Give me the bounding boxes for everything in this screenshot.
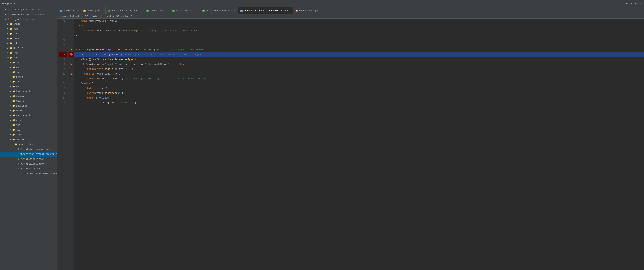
sidebar-item-resources-jar[interactable]: ▶ J resources.jar library root <box>0 12 57 17</box>
jdk-label: jdk <box>13 41 18 45</box>
sidebar-item-annotation[interactable]: ▼ 📁 annotation <box>0 142 57 147</box>
type-class-arr: Class <box>81 58 88 61</box>
sidebar-item-misc[interactable]: ▶ 📁 misc <box>0 118 57 123</box>
sidebar-item-apple[interactable]: ▶ 📁 apple <box>0 22 57 27</box>
layout-icon[interactable]: ⊞ <box>630 2 632 5</box>
settings-icon[interactable]: ⚙ <box>635 2 637 5</box>
tab-proxy-close[interactable]: ✕ <box>102 10 103 12</box>
sidebar-item-reflect[interactable]: ▼ 📁 reflect <box>0 137 57 142</box>
nio-label: nio <box>16 128 20 132</box>
editor-area: R README.md ✕ J Proxy.java ✕ J BasicAnno… <box>58 7 644 270</box>
tab-decent-var[interactable]: P decent_var1.png ✕ <box>293 7 325 14</box>
sidebar-item-corba[interactable]: ▶ 📁 corba <box>0 75 57 79</box>
hint-var1: var1: "@com.study.proxy <box>170 48 202 51</box>
var4-ref3: var4 <box>99 101 104 104</box>
folder-icon: 📁 <box>9 47 12 50</box>
sidebar-item-applet[interactable]: ▶ 📁 applet <box>0 60 57 65</box>
method-hashcode: hashCode <box>104 92 116 94</box>
sidebar-item-annotationsupport[interactable]: C AnnotationSupport <box>0 162 57 166</box>
sidebar-item-annotationtypemismatch[interactable]: C AnnotationTypeMismatchExcepti... <box>0 171 57 176</box>
sidebar-item-instrument[interactable]: ▶ 📁 instrument <box>0 89 57 94</box>
sidebar-item-java[interactable]: ▶ 📁 java <box>0 31 57 36</box>
sidebar-item-com[interactable]: ▶ 📁 com <box>0 27 57 31</box>
sidebar-item-print[interactable]: ▶ 📁 print <box>0 132 57 137</box>
sidebar-item-net[interactable]: ▶ 📁 net <box>0 123 57 128</box>
tab-decent[interactable]: J Decent.java ✕ <box>144 7 170 14</box>
reflect-label: reflect <box>16 138 26 142</box>
bracket: { <box>123 72 125 75</box>
sidebar-item-annotationtype[interactable]: C AnnotationType <box>0 166 57 171</box>
minus-icon[interactable]: − <box>640 2 642 5</box>
tab-retention[interactable]: J Retention.java ✕ <box>170 7 200 14</box>
tab-retentionpolicy[interactable]: J RetentionPolicy.java ✕ <box>200 7 238 14</box>
class-icon: C <box>17 167 20 171</box>
rt-jar-label: rt.jar <box>11 17 20 21</box>
sidebar-item-jdk[interactable]: ▶ 📁 jdk <box>0 41 57 46</box>
synchronize-icon[interactable]: ⟳ <box>625 2 628 5</box>
sidebar-item-annotationparser[interactable]: C AnnotationParser <box>0 157 57 162</box>
sidebar-item-management[interactable]: ▶ 📁 management <box>0 113 57 118</box>
sidebar-item-annotationinvocationhandler[interactable]: C AnnotationInvocationHandler <box>0 152 57 157</box>
arrow-icon: ▶ <box>7 32 9 36</box>
tab-readme-close[interactable]: ✕ <box>77 10 78 12</box>
tab-retention-close[interactable]: ✕ <box>196 10 198 12</box>
sidebar-item-audio[interactable]: ▶ 📁 audio <box>0 65 57 70</box>
sidebar-item-invoke[interactable]: ▶ 📁 invoke <box>0 94 57 99</box>
tab-basicannotation[interactable]: J BasicAnnotation.java ✕ <box>106 7 144 14</box>
sidebar-item-font[interactable]: ▶ 📁 font <box>0 84 57 89</box>
sidebar-item-org[interactable]: ▶ 📁 org <box>0 51 57 55</box>
class-assertionerror: AssertionError <box>102 77 122 80</box>
kw-throw: throw <box>81 29 88 32</box>
arrow-icon: ▶ <box>7 41 9 45</box>
tab-basicannotation-close[interactable]: ✕ <box>140 10 141 12</box>
arrow-icon: ▶ <box>9 128 12 132</box>
line-num-52: 52 <box>59 72 67 76</box>
sidebar-item-plugin-jar[interactable]: ▶ J plugin.jar library root <box>0 7 57 12</box>
sidebar-item-rt-jar[interactable]: ▼ J rt.jar library root <box>0 17 57 22</box>
tab-proxy[interactable]: J Proxy.java ✕ <box>81 7 106 14</box>
png-tab-icon: P <box>296 10 298 12</box>
tab-decent-var-close[interactable]: ✕ <box>321 10 322 12</box>
arrow-icon: ▶ <box>7 27 9 31</box>
sidebar-item-annotatedtypefactory[interactable]: C AnnotatedTypeFactory <box>0 147 57 152</box>
java-green-tab-icon: J <box>202 10 204 12</box>
folder-icon: 📁 <box>12 109 15 112</box>
line-num-46: 46 <box>59 43 67 47</box>
sidebar-item-launcher[interactable]: ▶ 📁 launcher <box>0 104 57 108</box>
var4: var4 <box>92 53 98 56</box>
code-line-43: throw new AnnotationFormatError("Attempt… <box>74 28 644 33</box>
gutter-46 <box>68 43 74 47</box>
instrument-label: instrument <box>16 89 30 94</box>
gutter-53 <box>68 76 74 81</box>
tab-annotationhandler-close[interactable]: ✕ <box>290 10 291 12</box>
sidebar-item-sun[interactable]: ▼ 📁 sun <box>0 55 57 60</box>
folder-icon: 📁 <box>12 71 15 74</box>
var5: var5 <box>93 58 99 61</box>
num-0c: 0 <box>119 72 120 75</box>
org-label: org <box>13 51 18 55</box>
sidebar-item-awt[interactable]: ▶ 📁 awt <box>0 70 57 75</box>
tab-annotationhandler[interactable]: C AnnotationInvocationHandler.class ✕ <box>238 7 293 14</box>
sidebar-item-dc[interactable]: ▶ 📁 dc <box>0 79 57 84</box>
line-num-54: 54 <box>59 81 67 86</box>
tab-retentionpolicy-close[interactable]: ✕ <box>234 10 236 12</box>
sidebar-item-lwawt[interactable]: ▶ 📁 lwawt <box>0 108 57 113</box>
sidebar-item-nio[interactable]: ▶ 📁 nio <box>0 128 57 132</box>
folder-icon: 📁 <box>9 42 12 45</box>
sidebar-item-javax[interactable]: ▶ 📁 javax <box>0 36 57 41</box>
line-num-55: 55 <box>59 86 67 91</box>
code-area[interactable]: 41 42 43 44 45 46 47 48 49 50 51 52 53 5… <box>58 19 644 270</box>
font-label: font <box>16 85 22 89</box>
corba-label: corba <box>16 75 23 79</box>
arrow-icon: ▶ <box>9 114 12 118</box>
tab-readme[interactable]: R README.md ✕ <box>58 7 81 14</box>
sun-label: sun <box>13 56 18 60</box>
sidebar-item-java2d[interactable]: ▶ 📁 java2d <box>0 99 57 104</box>
tab-decent-close[interactable]: ✕ <box>166 10 168 12</box>
folder-icon: 📁 <box>12 124 15 127</box>
str-attempt: "Attempt to create proxy for a non-annot… <box>128 29 197 32</box>
title-dropdown-arrow[interactable]: ▾ <box>14 2 15 5</box>
var5-ref3: var5 <box>97 72 103 75</box>
sidebar-item-meta-inf[interactable]: ▶ 📁 META-INF <box>0 46 57 51</box>
folder-icon: 📁 <box>12 85 15 88</box>
